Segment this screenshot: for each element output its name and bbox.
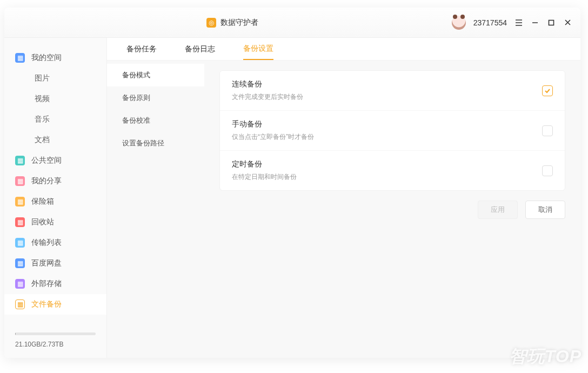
svg-rect-0 bbox=[549, 20, 554, 25]
menu-icon[interactable] bbox=[514, 18, 523, 27]
option-desc: 在特定日期和时间备份 bbox=[232, 172, 297, 182]
sidebar-item-label: 音乐 bbox=[35, 115, 50, 124]
sidebar-icon: ▦ bbox=[15, 299, 25, 309]
tab-2[interactable]: 备份设置 bbox=[243, 38, 273, 60]
sidebar-item-label: 我的空间 bbox=[31, 53, 62, 63]
sidebar-item-10[interactable]: ▦百度网盘 bbox=[4, 253, 106, 274]
option-desc: 仅当点击“立即备份”时才备份 bbox=[232, 132, 314, 142]
sidebar-item-1[interactable]: 图片 bbox=[4, 68, 106, 89]
cancel-button[interactable]: 取消 bbox=[525, 201, 565, 219]
tabs: 备份任务备份日志备份设置 bbox=[107, 38, 580, 61]
sidebar-item-label: 百度网盘 bbox=[31, 258, 62, 268]
sidebar-item-label: 文件备份 bbox=[31, 299, 62, 309]
sidebar-icon: ▦ bbox=[15, 279, 25, 289]
sidebar-icon: ▦ bbox=[15, 176, 25, 186]
tab-1[interactable]: 备份日志 bbox=[185, 39, 215, 59]
sidebar-icon: ▦ bbox=[15, 238, 25, 248]
app-title: 数据守护者 bbox=[220, 18, 258, 28]
sidebar-item-3[interactable]: 音乐 bbox=[4, 109, 106, 130]
tab-0[interactable]: 备份任务 bbox=[126, 39, 157, 59]
sidebar-item-2[interactable]: 视频 bbox=[4, 89, 106, 109]
titlebar: ◎ 数据守护者 23717554 bbox=[4, 8, 580, 38]
sidebar-item-4[interactable]: 文档 bbox=[4, 130, 106, 150]
sidebar-icon: ▦ bbox=[15, 217, 25, 227]
sidebar-item-7[interactable]: ▦保险箱 bbox=[4, 191, 106, 212]
sidebar-item-label: 公共空间 bbox=[31, 156, 62, 165]
user-avatar[interactable] bbox=[452, 16, 466, 30]
option-checkbox[interactable] bbox=[542, 165, 553, 176]
backup-option-1: 手动备份仅当点击“立即备份”时才备份 bbox=[220, 111, 565, 151]
option-title: 连续备份 bbox=[232, 79, 303, 89]
backup-option-0: 连续备份文件完成变更后实时备份 bbox=[220, 71, 565, 111]
apply-button[interactable]: 应用 bbox=[478, 201, 518, 219]
backup-option-2: 定时备份在特定日期和时间备份 bbox=[220, 151, 565, 190]
option-title: 定时备份 bbox=[232, 159, 297, 169]
storage-indicator: 21.10GB/2.73TB bbox=[4, 332, 106, 358]
sidebar-icon: ▦ bbox=[15, 156, 25, 165]
sidebar-icon: ▦ bbox=[15, 258, 25, 268]
option-desc: 文件完成变更后实时备份 bbox=[232, 92, 303, 102]
user-id: 23717554 bbox=[473, 18, 507, 27]
maximize-icon[interactable] bbox=[547, 18, 556, 27]
sidebar-item-label: 传输列表 bbox=[31, 238, 62, 248]
close-icon[interactable] bbox=[563, 18, 572, 27]
sidebar-item-label: 保险箱 bbox=[31, 197, 54, 207]
sidebar-item-label: 我的分享 bbox=[31, 176, 62, 186]
sidebar-item-0[interactable]: ▦我的空间 bbox=[4, 48, 106, 68]
sidebar-item-11[interactable]: ▦外部存储 bbox=[4, 274, 106, 294]
sidebar-item-label: 图片 bbox=[35, 74, 50, 83]
settings-subnav: 备份模式备份原则备份校准设置备份路径 bbox=[107, 61, 204, 358]
sidebar-item-label: 外部存储 bbox=[31, 279, 62, 289]
option-title: 手动备份 bbox=[232, 119, 314, 129]
subnav-item-2[interactable]: 备份校准 bbox=[107, 109, 204, 132]
subnav-item-3[interactable]: 设置备份路径 bbox=[107, 132, 204, 155]
option-checkbox[interactable] bbox=[542, 125, 553, 136]
sidebar-item-5[interactable]: ▦公共空间 bbox=[4, 150, 106, 171]
sidebar-icon: ▦ bbox=[15, 53, 25, 63]
option-checkbox[interactable] bbox=[542, 85, 553, 96]
sidebar-item-label: 文档 bbox=[35, 135, 50, 145]
app-window: ◎ 数据守护者 23717554 ▦我的空间图片视频音乐文档▦公共空间▦我的分享… bbox=[4, 8, 580, 358]
sidebar-item-6[interactable]: ▦我的分享 bbox=[4, 171, 106, 191]
sidebar: ▦我的空间图片视频音乐文档▦公共空间▦我的分享▦保险箱▦回收站▦传输列表▦百度网… bbox=[4, 38, 107, 358]
app-logo-icon: ◎ bbox=[206, 18, 216, 28]
sidebar-item-8[interactable]: ▦回收站 bbox=[4, 212, 106, 232]
sidebar-item-label: 回收站 bbox=[31, 217, 54, 227]
sidebar-item-label: 视频 bbox=[35, 94, 50, 104]
sidebar-item-12[interactable]: ▦文件备份 bbox=[4, 294, 106, 315]
backup-mode-card: 连续备份文件完成变更后实时备份手动备份仅当点击“立即备份”时才备份定时备份在特定… bbox=[219, 70, 565, 191]
subnav-item-1[interactable]: 备份原则 bbox=[107, 86, 204, 109]
subnav-item-0[interactable]: 备份模式 bbox=[107, 64, 204, 86]
storage-text: 21.10GB/2.73TB bbox=[15, 341, 96, 348]
minimize-icon[interactable] bbox=[531, 18, 539, 27]
sidebar-item-9[interactable]: ▦传输列表 bbox=[4, 232, 106, 253]
sidebar-icon: ▦ bbox=[15, 197, 25, 207]
